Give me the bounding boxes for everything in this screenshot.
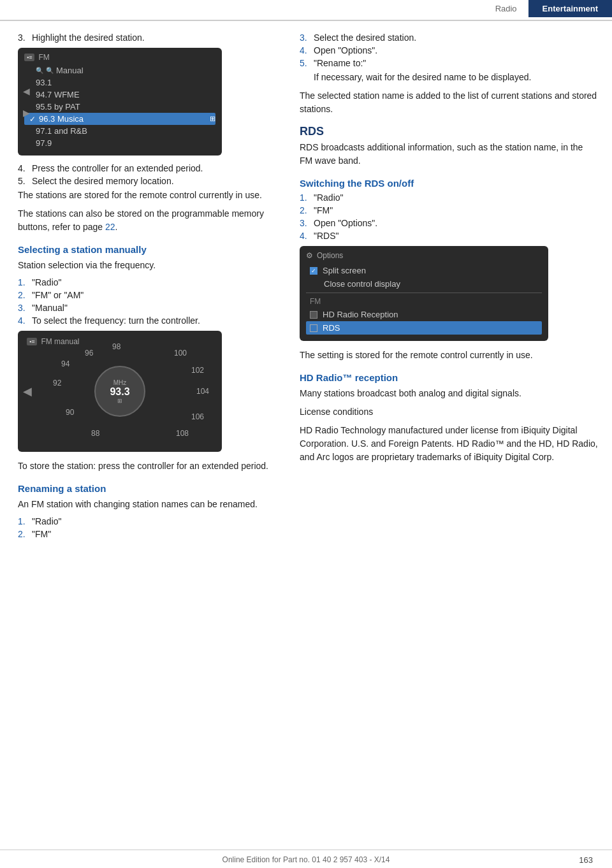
header-entertainment-label: Entertainment — [528, 0, 612, 17]
step-3-highlight: 3. Highlight the desired station. — [18, 33, 279, 43]
options-screen-mockup: ⚙ Options Split screen Close control dis… — [300, 246, 548, 341]
dial-label-88: 88 — [91, 429, 99, 438]
step-4: 4. Press the controller for an extended … — [18, 163, 279, 173]
rename-step-3-num: 3. — [300, 33, 314, 43]
dial-label-90: 90 — [66, 408, 74, 417]
screen1-header: ▪≡ FM — [24, 53, 215, 62]
step-3-num: 3. — [18, 33, 32, 43]
dial-left-arrow: ◀ — [23, 384, 32, 398]
dial-label-106: 106 — [191, 412, 204, 421]
options-divider — [306, 293, 542, 293]
right-column: 3. Select the desired station. 4. Open "… — [293, 33, 612, 542]
hd-para2: License conditions — [300, 405, 598, 419]
rds-title: RDS — [300, 125, 598, 138]
rename-step-1-num: 1. — [18, 516, 32, 526]
header-radio-label: Radio — [495, 0, 528, 17]
switch-step-3-num: 3. — [300, 218, 314, 228]
rename-para-wait: If necessary, wait for the desired name … — [300, 71, 598, 84]
screen1-item-971: 97.1 and R&B — [24, 125, 215, 137]
sel-step-1-text: "Radio" — [32, 277, 62, 287]
switch-step-4: 4. "RDS" — [300, 231, 598, 241]
dial-label-100: 100 — [174, 349, 187, 358]
rename-step-5: 5. "Rename to:" — [300, 58, 598, 68]
dial-bookmark-inner: ⊞ — [117, 398, 122, 404]
rds-label: RDS — [323, 323, 340, 333]
split-screen-label: Split screen — [323, 266, 366, 275]
dial-label-102: 102 — [191, 366, 204, 375]
screen-nav-right: ▶ — [23, 108, 30, 118]
step-4-text: Press the controller for an extended per… — [32, 163, 203, 173]
para-renaming: An FM station with changing station name… — [18, 498, 279, 511]
rename-step-4: 4. Open "Options". — [300, 45, 598, 55]
sel-step-1-num: 1. — [18, 277, 32, 287]
switch-step-3: 3. Open "Options". — [300, 218, 598, 228]
options-header-label: Options — [317, 251, 343, 260]
fm-screen-mockup: ◀ ▶ ▪≡ FM 🔍 Manual 93.1 94.7 WFME 95.5 b… — [18, 48, 222, 156]
screen1-item-947: 94.7 WFME — [24, 89, 215, 101]
sel-step-2-num: 2. — [18, 290, 32, 300]
switch-step-4-num: 4. — [300, 231, 314, 241]
dial-label-96: 96 — [85, 349, 93, 358]
switch-step-2-num: 2. — [300, 205, 314, 215]
screen1-fm-icon: ▪≡ — [24, 54, 34, 61]
rename-step-5-text: "Rename to:" — [314, 58, 366, 68]
sel-step-1: 1. "Radio" — [18, 277, 279, 287]
rename-step-2-text: "FM" — [32, 529, 51, 539]
screen1-item-931: 93.1 — [24, 76, 215, 89]
sel-step-3: 3. "Manual" — [18, 303, 279, 313]
page-footer: Online Edition for Part no. 01 40 2 957 … — [0, 850, 612, 868]
switch-step-1-text: "Radio" — [314, 192, 344, 203]
rename-step-3: 3. Select the desired station. — [300, 33, 598, 43]
step-4-num: 4. — [18, 163, 32, 173]
rename-step-4-text: Open "Options". — [314, 45, 377, 55]
step-5-num: 5. — [18, 176, 32, 186]
step-3-text: Highlight the desired station. — [32, 33, 145, 43]
left-column: 3. Highlight the desired station. ◀ ▶ ▪≡… — [0, 33, 293, 542]
options-gear-icon: ⚙ — [306, 251, 313, 260]
link-page22[interactable]: 22 — [105, 222, 115, 232]
sel-step-4: 4. To select the frequency: turn the con… — [18, 315, 279, 326]
switch-step-2-text: "FM" — [314, 205, 333, 215]
rename-step-2: 2. "FM" — [18, 529, 279, 539]
dial-fm-label: FM manual — [41, 337, 79, 346]
sel-step-4-text: To select the frequency: turn the contro… — [32, 315, 200, 326]
dial-label-94: 94 — [61, 359, 69, 368]
rds-checkbox — [310, 324, 317, 332]
section-renaming: Renaming a station — [18, 483, 279, 494]
screen1-item-963: 96.3 Musica ⊞ — [24, 113, 215, 125]
page-content: 3. Highlight the desired station. ◀ ▶ ▪≡… — [0, 21, 612, 542]
hd-radio-checkbox — [310, 311, 317, 319]
options-close-control: Close control display — [306, 277, 542, 291]
fm-dial-mockup: ▪≡ FM manual ◀ 88 90 92 94 96 98 100 102… — [18, 331, 222, 452]
page-header: Radio Entertainment — [0, 0, 612, 21]
step-5-text: Select the desired memory location. — [32, 176, 174, 186]
dial-label-98: 98 — [112, 342, 120, 351]
screen-nav-left: ◀ — [23, 86, 30, 96]
dial-label-104: 104 — [196, 387, 209, 396]
switch-step-3-text: Open "Options". — [314, 218, 377, 228]
screen1-item-979: 97.9 — [24, 137, 215, 149]
dial-unit: MHz — [113, 379, 127, 386]
dial-center: MHz 93.3 ⊞ — [94, 366, 145, 417]
hd-para1: Many stations broadcast both analog and … — [300, 387, 598, 400]
rename-step-4-num: 4. — [300, 45, 314, 55]
screen1-list: 🔍 Manual 93.1 94.7 WFME 95.5 by PAT 96.3… — [24, 64, 215, 149]
switch-step-4-text: "RDS" — [314, 231, 339, 241]
para-stations-programmable: The stations can also be stored on the p… — [18, 207, 279, 234]
dial-freq: 93.3 — [110, 386, 129, 398]
rename-step-1-text: "Radio" — [32, 516, 62, 526]
options-screen-header: ⚙ Options — [306, 251, 542, 260]
para-station-selection: Station selection via the frequency. — [18, 259, 279, 272]
rename-step-5-num: 5. — [300, 58, 314, 68]
sel-step-2-text: "FM" or "AM" — [32, 290, 84, 300]
bookmark-icon: ⊞ — [210, 115, 215, 123]
screen1-fm-label: FM — [38, 53, 49, 62]
footer-text: Online Edition for Part no. 01 40 2 957 … — [222, 855, 390, 864]
options-hd-radio: HD Radio Reception — [306, 308, 542, 321]
rds-para: RDS broadcasts additional information, s… — [300, 141, 598, 168]
sel-step-3-num: 3. — [18, 303, 32, 313]
rename-step-2-num: 2. — [18, 529, 32, 539]
para-selected-station: The selected station name is added to th… — [300, 89, 598, 116]
options-rds-item: RDS — [306, 321, 542, 335]
screen1-item-955: 95.5 by PAT — [24, 101, 215, 113]
